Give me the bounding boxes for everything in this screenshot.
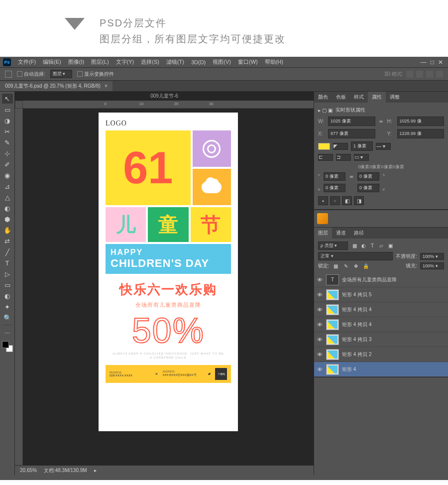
y-field[interactable]: 1228.99 像 [397, 129, 445, 138]
eraser-tool[interactable]: ◐ [2, 203, 13, 213]
tab-layers[interactable]: 图层 [314, 228, 332, 239]
layer-filter-kind[interactable]: ρ 类型 ▾ [318, 242, 348, 250]
tab-color[interactable]: 颜色 [314, 92, 332, 103]
menu-edit[interactable]: 编辑(E) [40, 57, 64, 67]
x-field[interactable]: 877 像素 [328, 129, 375, 138]
close-button[interactable]: ✕ [438, 59, 443, 66]
tab-styles[interactable]: 样式 [350, 92, 368, 103]
height-field[interactable]: 1025.99 像 [397, 117, 445, 126]
menu-type[interactable]: 文字(Y) [113, 57, 137, 67]
filter-adj-icon[interactable]: ◐ [360, 242, 367, 249]
marquee-tool[interactable]: ▭ [2, 105, 13, 115]
minimize-button[interactable]: — [421, 59, 427, 66]
cap-type[interactable]: ⊏ [318, 154, 333, 161]
menu-file[interactable]: 文件(F) [15, 57, 39, 67]
ruler-left[interactable] [15, 109, 23, 465]
layer-row[interactable]: 👁 矩形 4 拷贝 2 [314, 347, 448, 362]
stamp-tool[interactable]: ⊿ [2, 181, 13, 191]
align-icon[interactable] [406, 71, 413, 78]
menu-layer[interactable]: 图层(L) [88, 57, 112, 67]
brush-tool[interactable]: ◉ [2, 170, 13, 180]
type-tool[interactable]: T [2, 258, 13, 268]
document-tab[interactable]: 009儿童节-6.psd @ 20.7% (矩形 4, RGB/8) × [0, 81, 112, 91]
layer-row[interactable]: 👁 T 全场所有儿童类商品直降 [314, 272, 448, 287]
radius-tl[interactable]: 0 像素 [324, 172, 345, 181]
link-radius-icon[interactable]: ∞ [348, 174, 354, 179]
stroke-color-chip[interactable]: ◤ [333, 143, 348, 150]
stroke-style-dd[interactable]: — ▾ [376, 143, 391, 150]
filter-pixel-icon[interactable]: ▦ [351, 242, 358, 249]
path-op-4[interactable]: ◨ [354, 196, 364, 205]
menu-3d[interactable]: 3D(D) [188, 58, 209, 66]
menu-window[interactable]: 窗口(W) [235, 57, 261, 67]
hand-tool[interactable]: ◐ [2, 291, 13, 301]
visibility-toggle[interactable]: 👁 [316, 277, 323, 283]
width-field[interactable]: 1025 像素 [328, 117, 375, 126]
color-swatches[interactable] [2, 341, 13, 352]
fill-field[interactable]: 100% ▾ [420, 262, 444, 269]
blend-mode-dd[interactable]: 正常 ▾ [318, 252, 393, 260]
crop-tool[interactable]: ✎ [2, 137, 13, 147]
path-op-1[interactable]: ▪ [318, 196, 328, 205]
eyedropper-tool[interactable]: ⊹ [2, 148, 13, 158]
quick-select-tool[interactable]: ✂ [2, 126, 13, 136]
filter-smart-icon[interactable]: ▣ [387, 242, 394, 249]
menu-image[interactable]: 图像(I) [65, 57, 87, 67]
poster-artwork[interactable]: LOGO 61 儿 童 [99, 113, 238, 431]
radius-bl[interactable]: 0 像素 [324, 184, 345, 192]
align-icon[interactable] [426, 71, 433, 78]
history-brush-tool[interactable]: △ [2, 192, 13, 202]
tab-properties[interactable]: 属性 [368, 92, 386, 103]
menu-help[interactable]: 帮助(H) [262, 57, 286, 67]
doc-size[interactable]: 文档:48.3M/130.9M [44, 467, 87, 474]
visibility-toggle[interactable]: 👁 [316, 352, 323, 358]
show-transform-checkbox[interactable] [77, 71, 83, 77]
zoom-level[interactable]: 20.65% [20, 468, 37, 473]
ruler-top[interactable]: 0 10 20 30 [23, 101, 314, 109]
auto-select-dropdown[interactable]: 图层 ▾ [50, 70, 72, 78]
rotate-view-tool[interactable]: ✦ [2, 302, 13, 312]
blur-tool[interactable]: ✋ [2, 225, 13, 235]
align-icon[interactable] [416, 71, 423, 78]
move-tool-preset[interactable] [5, 71, 12, 78]
menu-view[interactable]: 视图(V) [210, 57, 234, 67]
visibility-toggle[interactable]: 👁 [316, 322, 323, 328]
shape-tool[interactable]: ▭ [2, 280, 13, 290]
opacity-field[interactable]: 100% ▾ [420, 253, 444, 260]
canvas-viewport[interactable]: LOGO 61 儿 童 [23, 109, 314, 465]
lock-position-icon[interactable]: ✥ [352, 262, 359, 269]
fill-color-chip[interactable] [318, 143, 330, 150]
tab-paths[interactable]: 路径 [350, 228, 368, 239]
lock-pixels-icon[interactable]: ✎ [342, 262, 349, 269]
maximize-button[interactable]: □ [431, 59, 434, 66]
auto-select-checkbox[interactable] [17, 71, 22, 77]
healing-tool[interactable]: ✐ [2, 159, 13, 169]
layer-row[interactable]: 👁 矩形 4 拷贝 3 [314, 332, 448, 347]
menu-select[interactable]: 选择(S) [138, 57, 162, 67]
status-arrow-icon[interactable]: ▸ [94, 468, 97, 473]
menu-filter[interactable]: 滤镜(T) [163, 57, 187, 67]
close-tab-icon[interactable]: × [105, 83, 108, 89]
visibility-toggle[interactable]: 👁 [316, 337, 323, 343]
corner-type[interactable]: ⊐ [336, 154, 351, 161]
path-op-2[interactable]: ▫ [330, 196, 340, 205]
tab-swatches[interactable]: 色板 [332, 92, 350, 103]
align-type[interactable]: ▭ ▾ [354, 154, 369, 161]
link-wh-icon[interactable]: ∞ [378, 119, 384, 124]
gradient-tool[interactable]: ⬢ [2, 214, 13, 224]
pen-tool[interactable]: ╱ [2, 247, 13, 257]
align-icon[interactable] [436, 71, 443, 78]
visibility-toggle[interactable]: 👁 [316, 307, 323, 313]
edit-toolbar-button[interactable]: ··· [2, 327, 13, 337]
radius-tr[interactable]: 0 像素 [357, 172, 379, 181]
tab-channels[interactable]: 通道 [332, 228, 350, 239]
lock-transparency-icon[interactable]: ▦ [333, 262, 339, 269]
path-op-3[interactable]: ◧ [342, 196, 352, 205]
filter-shape-icon[interactable]: ▱ [378, 242, 385, 249]
move-tool[interactable]: ↖ [2, 94, 13, 104]
layer-row[interactable]: 👁 矩形 4 拷贝 4 [314, 317, 448, 332]
layer-row[interactable]: 👁 矩形 4 拷贝 4 [314, 302, 448, 317]
layer-row-selected[interactable]: 👁 矩形 4 [314, 362, 448, 377]
tab-adjustments[interactable]: 调整 [386, 92, 404, 103]
stroke-width-field[interactable]: 1 像素 [351, 141, 373, 151]
